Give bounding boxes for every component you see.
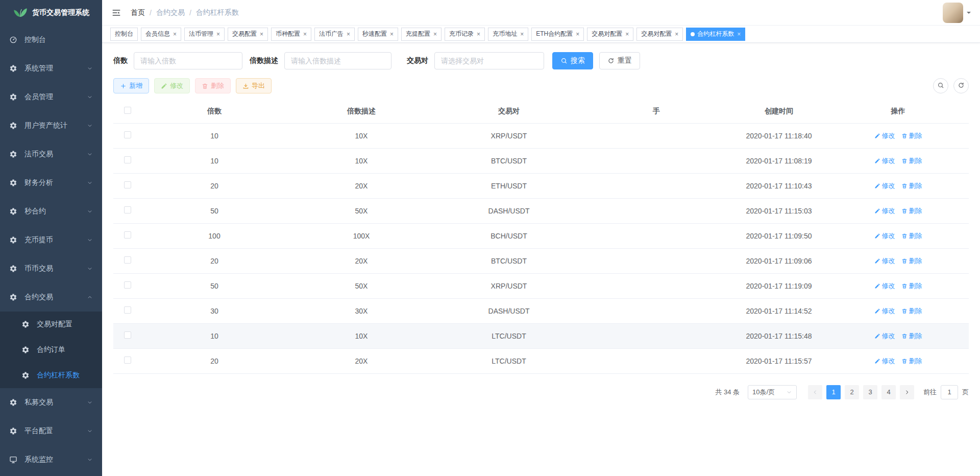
sidebar-item-交易对配置[interactable]: 交易对配置: [0, 312, 102, 337]
page-button-1[interactable]: 1: [826, 385, 841, 399]
close-icon[interactable]: ×: [737, 31, 741, 37]
close-icon[interactable]: ×: [216, 31, 220, 37]
close-icon[interactable]: ×: [260, 31, 263, 37]
delete-link[interactable]: 删除: [901, 256, 922, 266]
sidebar-item-合约订单[interactable]: 合约订单: [0, 337, 102, 363]
close-icon[interactable]: ×: [625, 31, 629, 37]
export-button[interactable]: 导出: [236, 78, 272, 93]
multiple-input[interactable]: [134, 52, 242, 69]
sidebar-item-合约杠杆系数[interactable]: 合约杠杆系数: [0, 363, 102, 388]
delete-button[interactable]: 删除: [195, 78, 231, 93]
close-icon[interactable]: ×: [173, 31, 177, 37]
prev-page-button[interactable]: [808, 385, 822, 399]
avatar[interactable]: [943, 3, 963, 23]
breadcrumb-item[interactable]: 首页: [131, 8, 145, 17]
tab-合约杠杆系数[interactable]: 合约杠杆系数×: [686, 28, 745, 41]
tab-充提配置[interactable]: 充提配置×: [401, 28, 442, 41]
sidebar-item-法币交易[interactable]: 法币交易: [0, 140, 102, 169]
row-checkbox[interactable]: [124, 306, 131, 314]
row-checkbox[interactable]: [124, 231, 131, 239]
close-icon[interactable]: ×: [675, 31, 678, 37]
edit-link[interactable]: 修改: [874, 231, 895, 241]
sidebar-item-财务分析[interactable]: 财务分析: [0, 169, 102, 197]
tab-交易对配置[interactable]: 交易对配置×: [587, 28, 633, 41]
hamburger-icon[interactable]: [111, 8, 121, 18]
sidebar-item-会员管理[interactable]: 会员管理: [0, 83, 102, 111]
tab-充币地址[interactable]: 充币地址×: [488, 28, 528, 41]
sidebar-item-币币交易[interactable]: 币币交易: [0, 254, 102, 283]
close-icon[interactable]: ×: [390, 31, 394, 37]
next-page-button[interactable]: [900, 385, 914, 399]
tab-秒速配置[interactable]: 秒速配置×: [358, 28, 398, 41]
sidebar-item-充币提币[interactable]: 充币提币: [0, 226, 102, 254]
delete-link[interactable]: 删除: [901, 206, 922, 216]
edit-link[interactable]: 修改: [874, 281, 895, 291]
sidebar-item-控制台[interactable]: 控制台: [0, 26, 102, 54]
row-checkbox[interactable]: [124, 131, 131, 138]
close-icon[interactable]: ×: [520, 31, 524, 37]
close-icon[interactable]: ×: [303, 31, 307, 37]
row-checkbox[interactable]: [124, 356, 131, 364]
tab-币种配置[interactable]: 币种配置×: [271, 28, 311, 41]
tab-法币广告[interactable]: 法币广告×: [314, 28, 355, 41]
pair-select[interactable]: [434, 52, 544, 69]
reset-button[interactable]: 重置: [599, 52, 640, 69]
page-button-2[interactable]: 2: [845, 385, 859, 399]
tab-会员信息[interactable]: 会员信息×: [141, 28, 181, 41]
edit-button[interactable]: 修改: [154, 78, 190, 93]
edit-link[interactable]: 修改: [874, 131, 895, 140]
sidebar-item-私募交易[interactable]: 私募交易: [0, 388, 102, 417]
sidebar-item-用户资产统计[interactable]: 用户资产统计: [0, 111, 102, 140]
row-checkbox[interactable]: [124, 156, 131, 163]
close-icon[interactable]: ×: [576, 31, 579, 37]
row-checkbox[interactable]: [124, 181, 131, 188]
edit-link[interactable]: 修改: [874, 331, 895, 341]
edit-link[interactable]: 修改: [874, 181, 895, 191]
refresh-table-button[interactable]: [953, 78, 969, 93]
delete-link[interactable]: 删除: [901, 281, 922, 291]
user-menu[interactable]: [943, 3, 971, 23]
select-all-checkbox[interactable]: [124, 107, 131, 114]
delete-link[interactable]: 删除: [901, 331, 922, 341]
row-checkbox[interactable]: [124, 206, 131, 213]
close-icon[interactable]: ×: [433, 31, 437, 37]
description-input[interactable]: [284, 52, 391, 69]
row-checkbox[interactable]: [124, 281, 131, 289]
edit-link[interactable]: 修改: [874, 206, 895, 216]
delete-link[interactable]: 删除: [901, 131, 922, 140]
edit-link[interactable]: 修改: [874, 156, 895, 165]
goto-page-input[interactable]: [941, 385, 958, 399]
tab-法币管理[interactable]: 法币管理×: [184, 28, 225, 41]
tab-交易对配置[interactable]: 交易对配置×: [636, 28, 683, 41]
delete-link[interactable]: 删除: [901, 156, 922, 165]
edit-link[interactable]: 修改: [874, 256, 895, 266]
sidebar-item-系统管理[interactable]: 系统管理: [0, 54, 102, 83]
tab-控制台[interactable]: 控制台: [110, 28, 138, 41]
delete-link[interactable]: 删除: [901, 356, 922, 366]
delete-link[interactable]: 删除: [901, 181, 922, 191]
search-button[interactable]: 搜索: [552, 52, 593, 69]
sidebar-item-合约交易[interactable]: 合约交易: [0, 283, 102, 312]
close-icon[interactable]: ×: [477, 31, 480, 37]
trash-icon: [901, 308, 908, 314]
page-size-select[interactable]: 10条/页: [748, 385, 797, 399]
search-toggle-button[interactable]: [933, 78, 948, 93]
search-icon: [560, 57, 568, 64]
delete-link[interactable]: 删除: [901, 306, 922, 316]
sidebar-item-平台配置[interactable]: 平台配置: [0, 417, 102, 445]
row-checkbox[interactable]: [124, 331, 131, 339]
edit-link[interactable]: 修改: [874, 306, 895, 316]
tab-ETH合约配置[interactable]: ETH合约配置×: [531, 28, 584, 41]
add-button[interactable]: 新增: [113, 78, 149, 93]
page-button-4[interactable]: 4: [881, 385, 896, 399]
tab-交易配置[interactable]: 交易配置×: [228, 28, 268, 41]
delete-link[interactable]: 删除: [901, 231, 922, 241]
cell-created: 2020-01-17 11:15:03: [730, 198, 827, 223]
page-button-3[interactable]: 3: [863, 385, 877, 399]
tab-充币记录[interactable]: 充币记录×: [445, 28, 485, 41]
sidebar-item-系统监控[interactable]: 系统监控: [0, 445, 102, 474]
close-icon[interactable]: ×: [347, 31, 350, 37]
edit-link[interactable]: 修改: [874, 356, 895, 366]
sidebar-item-秒合约[interactable]: 秒合约: [0, 197, 102, 226]
row-checkbox[interactable]: [124, 256, 131, 264]
